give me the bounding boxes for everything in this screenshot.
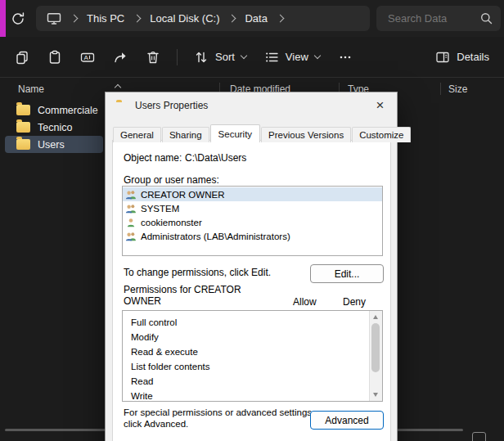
svg-text:A: A <box>84 53 89 61</box>
paste-button[interactable] <box>39 43 70 72</box>
refresh-button[interactable] <box>7 8 29 29</box>
status-view-icon[interactable] <box>472 432 486 441</box>
group-icon <box>125 204 137 214</box>
group-name: CREATOR OWNER <box>141 190 224 200</box>
column-header-name[interactable]: Name <box>18 83 44 95</box>
sort-label: Sort <box>215 51 235 63</box>
tab-previous-versions[interactable]: Previous Versions <box>261 127 351 142</box>
permission-row-modify[interactable]: Modify <box>123 330 382 344</box>
object-name-label: Object name: <box>124 152 182 164</box>
dialog-title: Users Properties <box>135 100 208 111</box>
sort-ascending-icon <box>115 81 120 92</box>
search-icon <box>480 12 493 25</box>
edit-button[interactable]: Edit... <box>310 264 384 283</box>
permission-name: Read & execute <box>131 347 198 357</box>
file-row-tecnico[interactable]: Tecnico <box>5 119 103 136</box>
user-icon <box>125 218 137 227</box>
details-label: Details <box>457 51 489 63</box>
list-item-creator-owner[interactable]: CREATOR OWNER <box>123 187 382 201</box>
rename-button[interactable]: A <box>72 43 103 72</box>
close-icon[interactable]: × <box>369 95 391 115</box>
allow-column-label: Allow <box>293 296 317 308</box>
group-name: SYSTEM <box>141 204 179 214</box>
advanced-button[interactable]: Advanced <box>310 411 384 430</box>
permission-name: Write <box>131 391 153 401</box>
list-item-system[interactable]: SYSTEM <box>123 201 382 215</box>
search-box[interactable] <box>376 6 501 31</box>
file-row-commerciale[interactable]: Commerciale <box>5 101 103 119</box>
sort-icon <box>194 50 209 65</box>
share-button[interactable] <box>105 43 136 72</box>
tab-general[interactable]: General <box>113 127 161 142</box>
details-icon <box>435 50 450 65</box>
permission-name: Modify <box>131 332 159 342</box>
breadcrumb-chevron-icon <box>228 15 236 23</box>
group-icon <box>125 232 137 241</box>
column-divider[interactable] <box>440 83 441 95</box>
permission-name: Full control <box>131 317 177 327</box>
file-name: Users <box>38 139 65 151</box>
dialog-tabs: General Sharing Security Previous Versio… <box>113 124 412 142</box>
more-icon <box>338 50 353 65</box>
toolbar-divider <box>177 49 178 65</box>
group-name: Administrators (LAB\Administrators) <box>141 232 290 241</box>
accent-strip <box>0 0 6 37</box>
list-item-cookiemonster[interactable]: cookiemonster <box>123 215 382 229</box>
users-properties-dialog: Users Properties × General Sharing Secur… <box>105 92 398 441</box>
permission-row-list-folder-contents[interactable]: List folder contents <box>123 359 382 374</box>
details-button[interactable]: Details <box>427 43 497 72</box>
advanced-hint: For special permissions or advanced sett… <box>124 407 318 430</box>
scrollbar-thumb[interactable] <box>371 323 380 372</box>
chevron-down-icon <box>314 52 321 59</box>
trash-icon <box>146 50 160 65</box>
permissions-list[interactable]: Full control Modify Read & execute List … <box>122 310 383 402</box>
file-name: Commerciale <box>38 105 98 116</box>
navigation-bar: This PC Local Disk (C:) Data <box>0 0 504 37</box>
deny-column-label: Deny <box>343 296 366 308</box>
breadcrumb-chevron-icon <box>70 15 79 23</box>
edit-hint: To change permissions, click Edit. <box>124 267 271 278</box>
copy-button[interactable] <box>7 43 38 72</box>
scroll-up-icon[interactable] <box>373 315 378 319</box>
file-row-users[interactable]: Users <box>5 136 103 153</box>
tab-sharing[interactable]: Sharing <box>162 127 209 142</box>
breadcrumb-chevron-icon <box>277 15 285 23</box>
permission-row-full-control[interactable]: Full control <box>123 315 382 330</box>
permission-name: Read <box>131 376 154 386</box>
breadcrumb-this-pc[interactable]: This PC <box>87 12 124 25</box>
view-icon <box>264 50 279 65</box>
permission-row-write[interactable]: Write <box>123 389 382 402</box>
rename-icon: A <box>80 50 95 65</box>
refresh-icon <box>11 11 25 26</box>
more-options-button[interactable] <box>330 43 361 72</box>
list-item-administrators[interactable]: Administrators (LAB\Administrators) <box>123 229 382 243</box>
vertical-scrollbar[interactable] <box>369 311 382 401</box>
tab-security[interactable]: Security <box>210 124 261 142</box>
delete-button[interactable] <box>137 43 169 72</box>
copy-icon <box>15 50 29 65</box>
folder-icon <box>16 105 30 115</box>
permission-name: List folder contents <box>131 362 210 371</box>
paste-icon <box>47 50 62 65</box>
group-name: cookiemonster <box>141 218 202 227</box>
permission-row-read-execute[interactable]: Read & execute <box>123 344 382 359</box>
tab-customize[interactable]: Customize <box>352 127 411 142</box>
folder-icon <box>16 139 30 150</box>
column-header-size[interactable]: Size <box>448 83 467 95</box>
group-list-label: Group or user names: <box>124 174 219 186</box>
this-pc-icon <box>47 12 61 25</box>
group-user-list[interactable]: CREATOR OWNER SYSTEM cookiemonster Admin… <box>122 186 383 256</box>
address-bar[interactable]: This PC Local Disk (C:) Data <box>36 6 370 31</box>
search-input[interactable] <box>386 11 480 25</box>
object-name-value: C:\Data\Users <box>185 152 246 164</box>
permissions-label: Permissions for CREATOR OWNER <box>124 284 253 307</box>
breadcrumb-local-disk-c[interactable]: Local Disk (C:) <box>150 12 219 25</box>
view-button[interactable]: View <box>256 43 328 72</box>
view-label: View <box>286 51 308 63</box>
file-list: Commerciale Tecnico Users <box>5 101 111 153</box>
permission-row-read[interactable]: Read <box>123 374 382 389</box>
sort-button[interactable]: Sort <box>186 43 254 72</box>
file-name: Tecnico <box>38 122 72 133</box>
breadcrumb-data[interactable]: Data <box>245 12 267 25</box>
scroll-down-icon[interactable] <box>373 393 378 397</box>
